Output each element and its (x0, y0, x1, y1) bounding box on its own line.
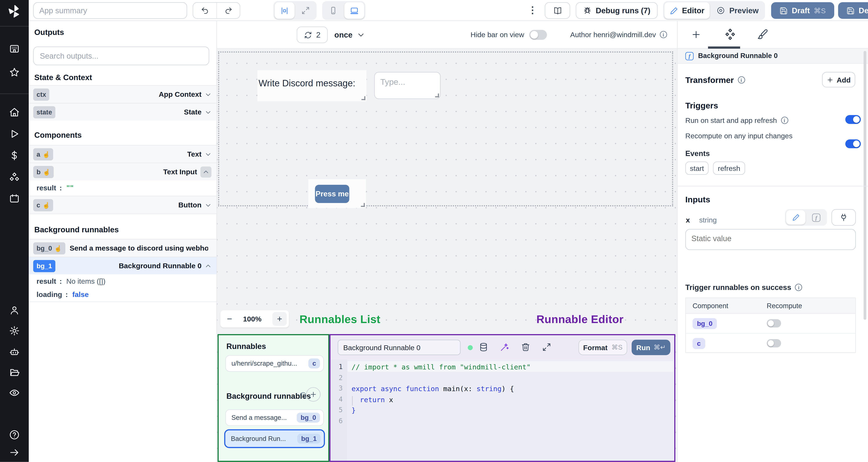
button-component-c[interactable]: Press me (308, 179, 366, 208)
recompute-toggle-off[interactable] (767, 319, 781, 328)
tab-preview[interactable]: Preview (711, 2, 764, 19)
bg1-row[interactable]: bg_1 Background Runnable 0 (29, 257, 217, 274)
ctx-type-label: App Context (159, 90, 202, 98)
redo-button[interactable] (216, 3, 240, 18)
debug-runs-button[interactable]: Debug runs (7) (576, 2, 658, 19)
info-icon[interactable] (795, 284, 802, 291)
runnable-name-input[interactable] (338, 340, 461, 355)
frequency-value: once (334, 31, 352, 39)
insert-component-plus-icon[interactable] (691, 29, 701, 40)
favorites-star-icon[interactable] (9, 67, 20, 78)
draft-button[interactable]: Draft ⌘S (771, 2, 834, 19)
settings-gear-icon[interactable] (9, 325, 20, 336)
info-icon[interactable] (781, 117, 788, 124)
hide-bar-toggle[interactable] (529, 30, 547, 40)
runs-play-icon[interactable] (9, 128, 20, 139)
chevron-down-icon[interactable] (205, 91, 211, 98)
editor-preview-toggle: Editor Preview (663, 1, 765, 20)
static-value-textarea[interactable] (685, 229, 856, 250)
press-me-button[interactable]: Press me (315, 185, 349, 203)
runnable-item-bg0[interactable]: Send a message... bg_0 (225, 409, 324, 426)
help-icon[interactable] (9, 429, 20, 440)
event-refresh-pill[interactable]: refresh (713, 161, 745, 175)
windmill-logo-icon[interactable] (8, 4, 21, 18)
deploy-button[interactable]: Deploy (838, 2, 868, 19)
audit-eye-icon[interactable] (9, 387, 20, 398)
chevron-up-icon[interactable] (205, 262, 211, 269)
zoom-out-button[interactable]: − (227, 314, 232, 324)
format-button[interactable]: Format ⌘S (579, 340, 627, 355)
connect-plug-button[interactable] (831, 209, 856, 226)
cache-database-icon[interactable] (479, 342, 488, 352)
runnable-item-script[interactable]: u/henri/scrape_githu... c (225, 355, 324, 372)
collapse-button[interactable] (200, 166, 211, 177)
variables-dollar-icon[interactable] (9, 150, 20, 161)
fullscreen-layout-button[interactable] (296, 2, 315, 19)
home-icon[interactable] (9, 107, 20, 118)
component-row-a[interactable]: a Text (29, 145, 217, 163)
text-input-component-b[interactable]: Type... (374, 72, 441, 99)
user-icon[interactable] (9, 305, 20, 316)
component-settings-icon[interactable] (724, 28, 736, 40)
bg0-row[interactable]: bg_0 Send a message to discord using web… (29, 239, 217, 257)
chevron-down-icon[interactable] (205, 109, 211, 115)
run-button[interactable]: Run ⌘↵ (632, 340, 671, 355)
more-options-kebab-icon[interactable] (528, 4, 538, 16)
expand-editor-icon[interactable] (542, 342, 551, 352)
code-editor[interactable]: 1 2 3 4 5 6 // import * as wmill from "w… (331, 360, 674, 462)
active-tab-underline (708, 46, 740, 48)
folders-icon[interactable] (9, 367, 20, 378)
desktop-device-button[interactable] (344, 2, 364, 19)
undo-button[interactable] (193, 3, 217, 18)
author-info: Author henri@windmill.dev (570, 31, 667, 39)
eval-mode-function-button[interactable] (807, 210, 826, 225)
distribute-layout-button[interactable] (275, 2, 294, 19)
event-start-pill[interactable]: start (685, 161, 709, 175)
resize-handle[interactable] (362, 96, 365, 100)
table-row[interactable]: bg_0 (686, 314, 855, 333)
bg1-loading-row[interactable]: loading : false (29, 288, 217, 301)
add-label: Add (837, 75, 851, 84)
delete-trash-icon[interactable] (521, 342, 530, 352)
recompute-toggle[interactable] (845, 139, 861, 148)
info-icon[interactable] (660, 31, 667, 38)
search-outputs-input[interactable] (33, 46, 209, 65)
refresh-count-button[interactable]: 2 (297, 27, 328, 43)
chevron-down-icon[interactable] (205, 202, 211, 208)
output-row-ctx[interactable]: ctx App Context (29, 85, 217, 103)
add-background-runnable-button[interactable] (306, 387, 321, 402)
resize-handle[interactable] (361, 203, 365, 207)
recompute-toggle-off[interactable] (767, 339, 781, 348)
style-brush-icon[interactable] (757, 29, 768, 40)
b-result-row[interactable]: result : "" (29, 180, 217, 195)
docs-book-button[interactable] (545, 2, 570, 19)
scrollbar-thumb[interactable] (864, 51, 866, 320)
frequency-dropdown[interactable]: once (334, 29, 365, 41)
bg0-badge: bg_0 (33, 242, 65, 254)
static-mode-pencil-button[interactable] (786, 210, 805, 225)
resize-handle[interactable] (435, 94, 439, 97)
chevron-down-icon[interactable] (205, 151, 211, 157)
component-row-b[interactable]: b Text Input (29, 163, 217, 180)
runnable-item-bg1-selected[interactable]: Background Run... bg_1 (224, 429, 325, 448)
tab-editor[interactable]: Editor (664, 2, 710, 19)
resources-cubes-icon[interactable] (9, 171, 20, 183)
output-row-state[interactable]: state State (29, 103, 217, 121)
table-row[interactable]: c (686, 333, 855, 353)
debug-runs-label: Debug runs (7) (596, 6, 650, 15)
run-on-start-toggle[interactable] (845, 115, 861, 124)
info-icon[interactable] (738, 76, 745, 84)
collapse-arrow-icon[interactable] (9, 447, 20, 458)
mobile-device-button[interactable] (323, 2, 343, 19)
bg1-result-row[interactable]: result : No items ([]) (29, 274, 217, 288)
ai-wand-icon[interactable] (500, 342, 509, 352)
zoom-in-button[interactable]: + (273, 312, 287, 326)
schedules-calendar-icon[interactable] (9, 193, 20, 204)
workers-robot-icon[interactable] (9, 346, 20, 357)
component-row-c[interactable]: c Button (29, 196, 217, 213)
bg1-loading-value: false (72, 290, 89, 298)
text-component-a[interactable]: Write Discord message: (257, 70, 367, 101)
add-transformer-button[interactable]: Add (822, 72, 855, 87)
app-summary-input[interactable] (33, 2, 187, 19)
workspace-building-icon[interactable] (9, 43, 20, 54)
